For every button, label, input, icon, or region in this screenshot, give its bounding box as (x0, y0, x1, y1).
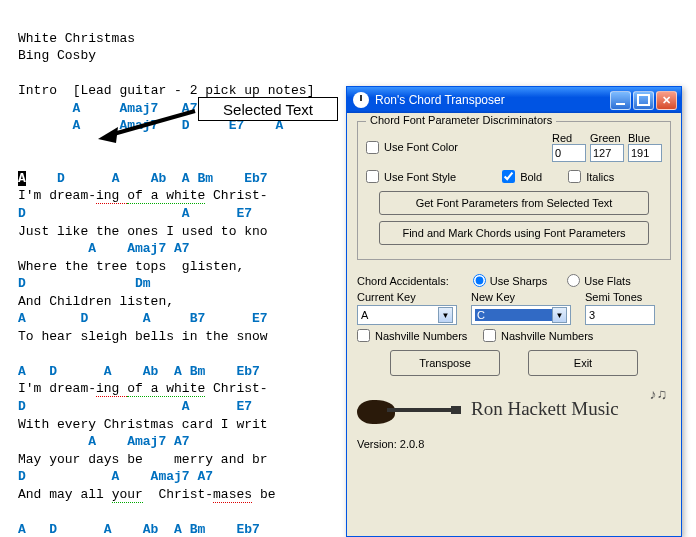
artist: Bing Cosby (18, 48, 96, 63)
transpose-button[interactable]: Transpose (390, 350, 500, 376)
chord-row[interactable]: A D A Ab A Bm Eb7 (18, 522, 260, 537)
semi-tones-label: Semi Tones (585, 291, 655, 303)
intro-label: Intro (18, 83, 57, 98)
chord-row[interactable]: D A E7 (18, 206, 252, 221)
use-sharps-input[interactable] (473, 274, 486, 287)
titlebar[interactable]: Ron's Chord Transposer (347, 87, 681, 113)
close-button[interactable] (656, 91, 677, 110)
chord-row[interactable]: A Amaj7 A7 (18, 434, 190, 449)
chord-row[interactable]: A Amaj7 D E7 A (73, 118, 284, 133)
use-sharps-radio[interactable]: Use Sharps (473, 274, 547, 287)
selected-chord[interactable]: A (18, 171, 26, 186)
nashville-new-input[interactable] (483, 329, 496, 342)
chord-row[interactable]: A Amaj7 A7 D Dm (73, 101, 299, 116)
bold-checkbox[interactable]: Bold (502, 170, 542, 183)
minimize-button[interactable] (610, 91, 631, 110)
app-icon (353, 92, 369, 108)
lyric-line: Where the tree tops glisten, (18, 259, 244, 274)
use-font-style-input[interactable] (366, 170, 379, 183)
use-font-color-input[interactable] (366, 141, 379, 154)
chord-row[interactable]: D Dm (18, 276, 151, 291)
use-font-color-checkbox[interactable]: Use Font Color (366, 141, 458, 154)
red-input[interactable] (552, 144, 586, 162)
current-key-select[interactable]: A ▼ (357, 305, 457, 325)
signature-text: Ron Hackett Music (471, 398, 619, 420)
version-label: Version: 2.0.8 (357, 438, 424, 450)
find-mark-chords-button[interactable]: Find and Mark Chords using Font Paramete… (379, 221, 649, 245)
blue-label: Blue (628, 132, 662, 144)
current-key-label: Current Key (357, 291, 457, 303)
song-title: White Christmas (18, 31, 135, 46)
chord-row[interactable]: A Amaj7 A7 (18, 241, 190, 256)
nashville-new-checkbox[interactable]: Nashville Numbers (483, 329, 593, 342)
bold-input[interactable] (502, 170, 515, 183)
lyric-line: And Children listen, (18, 294, 174, 309)
dialog-title: Ron's Chord Transposer (375, 93, 608, 107)
chord-row[interactable]: A D A B7 E7 (18, 311, 268, 326)
lyric-line: And may all your Christ-mases be (18, 487, 275, 503)
exit-button[interactable]: Exit (528, 350, 638, 376)
lyric-line: To hear sleigh bells in the snow (18, 329, 268, 344)
lyric-line: I'm dream-ing of a white Christ- (18, 188, 268, 204)
signature-area: Ron Hackett Music ♪♫ (357, 386, 671, 432)
green-input[interactable] (590, 144, 624, 162)
blue-input[interactable] (628, 144, 662, 162)
get-font-params-button[interactable]: Get Font Parameters from Selected Text (379, 191, 649, 215)
italics-input[interactable] (568, 170, 581, 183)
new-key-label: New Key (471, 291, 571, 303)
chord-row[interactable]: D A E7 (18, 399, 252, 414)
new-key-select[interactable]: C ▼ (471, 305, 571, 325)
transposer-dialog: Ron's Chord Transposer Chord Font Parame… (346, 86, 682, 537)
chord-row[interactable]: D A Ab A Bm Eb7 (26, 171, 268, 186)
intro-note: [Lead guitar - 2 pick up notes] (73, 83, 315, 98)
chord-row[interactable]: A D A Ab A Bm Eb7 (18, 364, 260, 379)
green-label: Green (590, 132, 624, 144)
use-font-style-checkbox[interactable]: Use Font Style (366, 170, 456, 183)
chord-row[interactable]: D A Amaj7 A7 (18, 469, 213, 484)
lyric-line: Just like the ones I used to kno (18, 224, 268, 239)
semi-tones-input[interactable] (585, 305, 655, 325)
group-legend: Chord Font Parameter Discriminators (366, 114, 556, 126)
maximize-button[interactable] (633, 91, 654, 110)
red-label: Red (552, 132, 586, 144)
nashville-current-checkbox[interactable]: Nashville Numbers (357, 329, 469, 342)
music-notes-icon: ♪♫ (650, 386, 668, 402)
lyric-line: I'm dream-ing of a white Christ- (18, 381, 268, 397)
chevron-down-icon[interactable]: ▼ (552, 307, 567, 323)
lyric-line: With every Christmas card I writ (18, 417, 268, 432)
accidentals-label: Chord Accidentals: (357, 275, 449, 287)
font-params-group: Chord Font Parameter Discriminators Use … (357, 121, 671, 260)
italics-checkbox[interactable]: Italics (568, 170, 614, 183)
lyric-line: May your days be merry and br (18, 452, 268, 467)
chevron-down-icon[interactable]: ▼ (438, 307, 453, 323)
nashville-current-input[interactable] (357, 329, 370, 342)
use-flats-input[interactable] (567, 274, 580, 287)
use-flats-radio[interactable]: Use Flats (567, 274, 630, 287)
guitar-icon (357, 394, 467, 424)
